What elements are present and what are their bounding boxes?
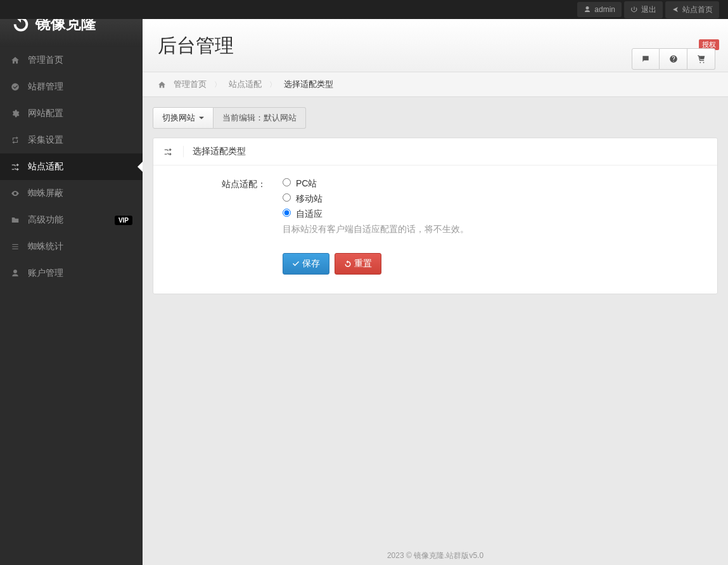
toolbar-chat-button[interactable] xyxy=(632,48,660,70)
site-bar: 切换网站 当前编辑：默认网站 xyxy=(153,107,718,129)
gear-icon xyxy=(10,108,20,119)
radio-input-mobile[interactable] xyxy=(283,193,291,202)
switch-site-button[interactable]: 切换网站 xyxy=(153,107,214,129)
user-icon xyxy=(584,6,591,13)
toolbar-help-button[interactable] xyxy=(660,48,687,70)
eye-icon xyxy=(10,188,20,198)
breadcrumb-current: 选择适配类型 xyxy=(284,79,333,90)
header-toolbar xyxy=(632,48,715,70)
main: 后台管理 授权 管理首页 〉 站点适配 〉 选择适配类型 切换网站 当前编辑：默… xyxy=(143,0,728,304)
topbar-user-label: admin xyxy=(594,5,615,14)
sidebar-item-label: 采集设置 xyxy=(28,134,132,146)
reset-button-label: 重置 xyxy=(354,258,372,270)
switch-site-label: 切换网站 xyxy=(162,112,195,124)
content: 切换网站 当前编辑：默认网站 选择适配类型 站点适配： PC站 移动站 自适应目… xyxy=(143,97,728,304)
folder-icon xyxy=(10,215,20,225)
sidebar: 管理首页站群管理网站配置采集设置站点适配蜘蛛屏蔽高级功能VIP蜘蛛统计账户管理 xyxy=(0,47,143,304)
radio-group: PC站 移动站 自适应目标站没有客户端自适应配置的话，将不生效。 xyxy=(283,178,469,235)
toolbar-cart-button[interactable] xyxy=(687,48,715,70)
sidebar-item-label: 蜘蛛统计 xyxy=(28,241,132,252)
page-title: 后台管理 xyxy=(158,33,713,59)
sidebar-item-6[interactable]: 高级功能VIP xyxy=(0,207,143,233)
topbar-site-home-label: 站点首页 xyxy=(682,4,713,15)
breadcrumb-link-0[interactable]: 管理首页 xyxy=(174,79,207,90)
sidebar-item-label: 账户管理 xyxy=(28,268,132,279)
question-icon xyxy=(669,55,678,63)
panel: 选择适配类型 站点适配： PC站 移动站 自适应目标站没有客户端自适应配置的话，… xyxy=(153,138,718,294)
sidebar-item-4[interactable]: 站点适配 xyxy=(0,153,143,180)
chevron-right-icon: 〉 xyxy=(269,80,276,89)
save-button[interactable]: 保存 xyxy=(283,253,329,275)
caret-down-icon xyxy=(199,117,204,119)
reset-button[interactable]: 重置 xyxy=(335,253,381,275)
current-editing: 当前编辑：默认网站 xyxy=(214,107,306,129)
help-text: 目标站没有客户端自适应配置的话，将不生效。 xyxy=(283,224,469,235)
sidebar-item-badge: VIP xyxy=(115,216,132,225)
save-button-label: 保存 xyxy=(302,258,320,270)
share-icon xyxy=(672,6,679,13)
radio-option-mobile[interactable]: 移动站 xyxy=(283,193,469,205)
retweet-icon xyxy=(10,135,20,145)
sidebar-item-5[interactable]: 蜘蛛屏蔽 xyxy=(0,180,143,207)
user-icon xyxy=(10,268,20,278)
sidebar-item-8[interactable]: 账户管理 xyxy=(0,260,143,287)
page-header: 后台管理 授权 xyxy=(143,19,728,72)
editing-site-name: 默认网站 xyxy=(264,113,297,122)
sidebar-item-label: 站点适配 xyxy=(28,161,132,172)
topbar: admin 退出 站点首页 xyxy=(0,0,728,19)
sidebar-item-0[interactable]: 管理首页 xyxy=(0,47,143,74)
sidebar-item-2[interactable]: 网站配置 xyxy=(0,100,143,127)
list-icon xyxy=(10,242,20,252)
sidebar-item-label: 站群管理 xyxy=(28,81,132,93)
sidebar-item-1[interactable]: 站群管理 xyxy=(0,74,143,100)
sidebar-item-label: 蜘蛛屏蔽 xyxy=(28,188,132,199)
form-actions: 保存 重置 xyxy=(283,253,702,275)
sidebar-item-label: 网站配置 xyxy=(28,108,132,119)
home-icon xyxy=(10,55,20,65)
shuffle-icon xyxy=(163,146,184,157)
breadcrumb-link-1[interactable]: 站点适配 xyxy=(229,79,262,90)
sidebar-item-3[interactable]: 采集设置 xyxy=(0,127,143,153)
radio-option-responsive[interactable]: 自适应 xyxy=(283,209,469,220)
chevron-right-icon: 〉 xyxy=(214,80,221,89)
topbar-user[interactable]: admin xyxy=(577,2,622,17)
refresh-icon xyxy=(344,260,352,268)
editing-label-text: 当前编辑： xyxy=(222,113,264,122)
breadcrumb: 管理首页 〉 站点适配 〉 选择适配类型 xyxy=(143,72,728,97)
check-icon xyxy=(292,260,300,268)
sidebar-item-label: 高级功能 xyxy=(28,214,115,226)
power-icon xyxy=(630,6,638,13)
form-label: 站点适配： xyxy=(169,178,283,235)
cart-icon xyxy=(697,55,706,63)
radio-input-pc[interactable] xyxy=(283,178,291,186)
topbar-logout[interactable]: 退出 xyxy=(624,1,663,18)
panel-header: 选择适配类型 xyxy=(153,138,717,166)
home-icon xyxy=(158,81,166,89)
radio-option-pc[interactable]: PC站 xyxy=(283,178,469,190)
topbar-logout-label: 退出 xyxy=(641,4,656,15)
sidebar-item-7[interactable]: 蜘蛛统计 xyxy=(0,233,143,260)
shuffle-icon xyxy=(10,162,20,172)
chat-icon xyxy=(641,55,650,63)
panel-title: 选择适配类型 xyxy=(193,146,246,157)
sidebar-item-label: 管理首页 xyxy=(28,55,132,66)
check-circle-icon xyxy=(10,82,20,92)
panel-body: 站点适配： PC站 移动站 自适应目标站没有客户端自适应配置的话，将不生效。 保… xyxy=(153,166,717,294)
topbar-site-home[interactable]: 站点首页 xyxy=(665,1,719,18)
radio-input-responsive[interactable] xyxy=(283,209,291,217)
form-row-adapter: 站点适配： PC站 移动站 自适应目标站没有客户端自适应配置的话，将不生效。 xyxy=(169,178,702,235)
